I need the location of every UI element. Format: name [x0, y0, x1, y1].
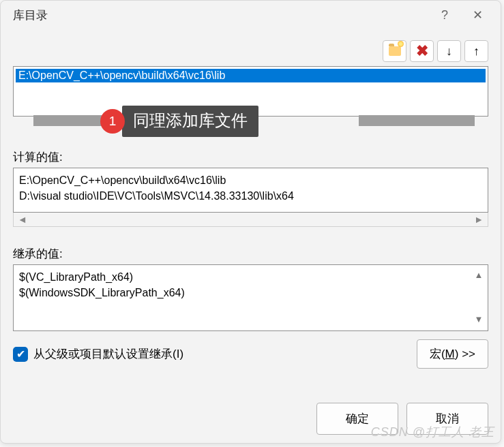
scroll-up-icon[interactable]: ▲: [475, 269, 484, 282]
inherit-row: ✔ 从父级或项目默认设置继承(I) 宏(M) >>: [13, 339, 488, 369]
calculated-values-box: E:\OpenCV_C++\opencv\build\x64\vc16\lib …: [13, 168, 488, 213]
delete-button[interactable]: ✖: [410, 40, 434, 62]
folder-star-icon: [389, 46, 401, 56]
inherited-vscroll[interactable]: ▲ ▼: [473, 269, 485, 326]
scroll-right-icon[interactable]: ►: [474, 214, 484, 225]
inherited-value-1: $(VC_LibraryPath_x64): [19, 269, 470, 285]
close-button[interactable]: ✕: [461, 4, 494, 26]
inherited-label: 继承的值:: [13, 246, 488, 262]
annotation-overlay: 1 同理添加库文件: [13, 111, 488, 130]
path-list-item-selected[interactable]: E:\OpenCV_C++\opencv\build\x64\vc16\lib: [16, 69, 486, 82]
callout-number-badge: 1: [100, 109, 125, 134]
help-icon: ?: [441, 8, 448, 22]
inherited-values-box: $(VC_LibraryPath_x64) $(WindowsSDK_Libra…: [13, 264, 488, 331]
grey-mark-right: [359, 115, 475, 126]
window-title: 库目录: [13, 7, 428, 23]
list-toolbar: ✖ ↓ ↑: [13, 40, 488, 62]
titlebar: 库目录 ? ✕: [1, 1, 501, 29]
inherit-checkbox[interactable]: ✔: [13, 347, 28, 362]
scroll-left-icon[interactable]: ◄: [18, 214, 27, 225]
dialog-buttons: 确定 取消: [1, 393, 501, 443]
help-button[interactable]: ?: [428, 4, 461, 26]
callout-text: 同理添加库文件: [122, 106, 258, 137]
move-up-button[interactable]: ↑: [464, 40, 488, 62]
checkmark-icon: ✔: [16, 348, 25, 360]
new-folder-button[interactable]: [383, 40, 406, 62]
cancel-button[interactable]: 取消: [406, 403, 488, 435]
scroll-down-icon[interactable]: ▼: [475, 313, 484, 326]
arrow-up-icon: ↑: [473, 44, 479, 59]
inherit-checkbox-label: 从父级或项目默认设置继承(I): [33, 346, 183, 362]
macro-button[interactable]: 宏(M) >>: [417, 339, 488, 369]
close-icon: ✕: [473, 7, 483, 22]
calculated-value-2: D:\visual studio\IDE\VC\Tools\MSVC\14.38…: [19, 188, 482, 204]
calculated-label: 计算的值:: [13, 149, 488, 165]
delete-x-icon: ✖: [416, 44, 428, 59]
move-down-button[interactable]: ↓: [437, 40, 461, 62]
library-dirs-dialog: 库目录 ? ✕ ✖ ↓ ↑ E:\OpenCV_C++\opencv\build…: [0, 0, 501, 444]
arrow-down-icon: ↓: [446, 44, 452, 59]
inherited-value-2: $(WindowsSDK_LibraryPath_x64): [19, 285, 470, 300]
ok-button[interactable]: 确定: [316, 403, 398, 435]
calculated-value-1: E:\OpenCV_C++\opencv\build\x64\vc16\lib: [19, 172, 482, 188]
calculated-hscroll[interactable]: ◄ ►: [13, 213, 488, 227]
